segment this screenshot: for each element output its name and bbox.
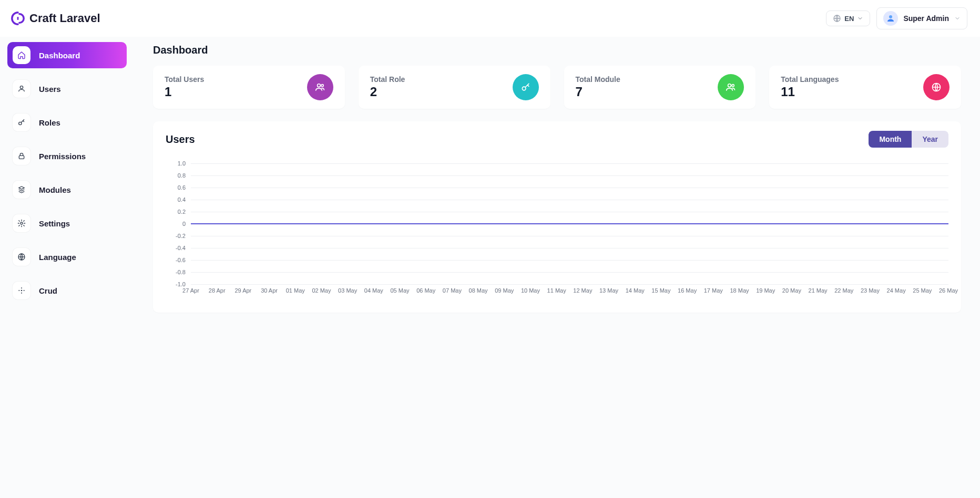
x-tick-label: 03 May xyxy=(338,287,357,294)
topbar: Craft Laravel EN Super Admin xyxy=(0,0,980,37)
user-icon xyxy=(886,14,895,23)
x-tick-label: 07 May xyxy=(443,287,462,294)
users-chart: 1.00.80.60.40.20-0.2-0.4-0.6-0.8-1.0 27 … xyxy=(166,163,948,300)
x-tick-label: 08 May xyxy=(469,287,488,294)
brand[interactable]: Craft Laravel xyxy=(11,11,100,26)
grid-line xyxy=(191,260,948,261)
sidebar-item-crud[interactable]: Crud xyxy=(7,277,127,304)
x-tick-label: 29 Apr xyxy=(234,287,251,294)
language-switcher[interactable]: EN xyxy=(826,11,870,26)
user-menu[interactable]: Super Admin xyxy=(876,7,967,29)
y-tick-label: -0.8 xyxy=(176,269,186,275)
sidebar-item-permissions[interactable]: Permissions xyxy=(7,143,127,169)
x-tick-label: 22 May xyxy=(834,287,853,294)
stat-card: Total Users1 xyxy=(153,66,345,109)
svg-point-16 xyxy=(728,84,731,87)
x-tick-label: 21 May xyxy=(809,287,828,294)
stat-label: Total Role xyxy=(370,75,405,84)
globe-icon xyxy=(833,14,841,23)
sidebar-item-label: Permissions xyxy=(39,152,86,161)
grid-line xyxy=(191,248,948,248)
brand-logo-icon xyxy=(11,11,25,26)
svg-point-17 xyxy=(732,85,734,87)
sidebar-item-label: Modules xyxy=(39,185,71,194)
svg-point-11 xyxy=(18,290,19,291)
home-icon xyxy=(13,46,30,64)
user-name: Super Admin xyxy=(903,14,949,23)
avatar xyxy=(883,11,898,26)
sidebar-item-label: Settings xyxy=(39,219,70,228)
globe-icon xyxy=(923,74,950,100)
key-icon xyxy=(13,113,30,131)
sidebar-item-dashboard[interactable]: Dashboard xyxy=(7,42,127,68)
svg-point-14 xyxy=(321,85,323,87)
sidebar-item-label: Language xyxy=(39,253,76,262)
svg-point-13 xyxy=(317,84,320,87)
sidebar-item-modules[interactable]: Modules xyxy=(7,177,127,203)
x-tick-label: 17 May xyxy=(704,287,723,294)
grid-line xyxy=(191,284,948,285)
stat-label: Total Module xyxy=(576,75,620,84)
grid-line xyxy=(191,200,948,200)
x-tick-label: 04 May xyxy=(364,287,383,294)
crud-icon xyxy=(13,282,30,299)
sidebar-item-settings[interactable]: Settings xyxy=(7,210,127,236)
stat-card: Total Module7 xyxy=(564,66,756,109)
sidebar-item-label: Roles xyxy=(39,118,60,127)
x-tick-label: 02 May xyxy=(312,287,331,294)
stat-card: Total Role2 xyxy=(359,66,550,109)
grid-line xyxy=(191,212,948,212)
users-icon xyxy=(718,74,744,100)
x-tick-label: 16 May xyxy=(678,287,697,294)
segment-month-button[interactable]: Month xyxy=(869,131,912,148)
x-tick-label: 19 May xyxy=(756,287,775,294)
stack-icon xyxy=(13,181,30,199)
y-tick-label: -0.6 xyxy=(176,257,186,263)
sidebar: DashboardUsersRolesPermissionsModulesSet… xyxy=(0,37,134,498)
y-tick-label: -0.2 xyxy=(176,233,186,239)
brand-name: Craft Laravel xyxy=(29,12,100,25)
segment-year-button[interactable]: Year xyxy=(912,131,948,148)
x-tick-label: 27 Apr xyxy=(182,287,199,294)
page-title: Dashboard xyxy=(153,44,961,56)
sidebar-item-roles[interactable]: Roles xyxy=(7,109,127,136)
svg-point-10 xyxy=(21,293,22,294)
sidebar-item-users[interactable]: Users xyxy=(7,76,127,102)
svg-point-12 xyxy=(24,290,25,291)
y-tick-label: -1.0 xyxy=(176,281,186,287)
stat-label: Total Languages xyxy=(781,75,839,84)
language-code: EN xyxy=(844,15,854,23)
stat-label: Total Users xyxy=(165,75,204,84)
x-tick-label: 12 May xyxy=(573,287,592,294)
sidebar-item-label: Dashboard xyxy=(39,51,80,60)
x-tick-label: 24 May xyxy=(887,287,906,294)
y-tick-label: 0.4 xyxy=(178,196,186,203)
grid-line xyxy=(191,236,948,236)
x-tick-label: 11 May xyxy=(547,287,566,294)
x-tick-label: 25 May xyxy=(913,287,932,294)
globe-icon xyxy=(13,248,30,266)
stat-value: 11 xyxy=(781,85,839,99)
x-tick-label: 01 May xyxy=(286,287,305,294)
grid-line xyxy=(191,188,948,188)
y-tick-label: 0.8 xyxy=(178,172,186,179)
svg-point-9 xyxy=(21,287,22,288)
x-tick-label: 23 May xyxy=(861,287,880,294)
sidebar-item-language[interactable]: Language xyxy=(7,244,127,270)
stat-value: 2 xyxy=(370,85,405,99)
y-tick-label: 1.0 xyxy=(178,160,186,167)
grid-line xyxy=(191,163,948,164)
x-tick-label: 05 May xyxy=(390,287,409,294)
x-tick-label: 10 May xyxy=(521,287,540,294)
grid-line xyxy=(191,272,948,273)
x-tick-label: 20 May xyxy=(782,287,801,294)
sidebar-item-label: Crud xyxy=(39,286,57,295)
x-tick-label: 06 May xyxy=(416,287,435,294)
x-tick-label: 09 May xyxy=(495,287,514,294)
svg-rect-5 xyxy=(19,155,24,159)
users-icon xyxy=(307,74,333,100)
y-tick-label: 0 xyxy=(182,221,186,227)
chevron-down-icon xyxy=(954,15,961,22)
y-tick-label: -0.4 xyxy=(176,245,186,251)
sidebar-item-label: Users xyxy=(39,85,61,94)
